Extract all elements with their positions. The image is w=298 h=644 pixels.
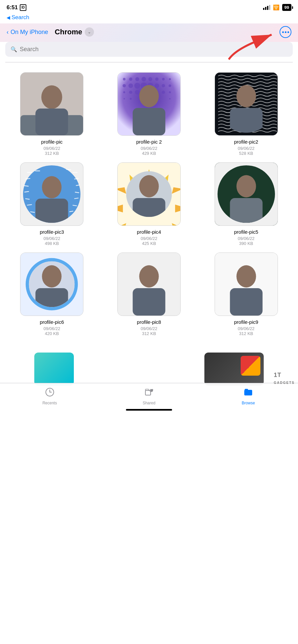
svg-point-24 — [123, 91, 125, 93]
file-date: 09/06/22 — [141, 146, 158, 151]
search-back-area: Search — [0, 14, 298, 23]
tab-recents[interactable]: Recents — [37, 387, 63, 405]
search-icon: 🔍 — [11, 46, 17, 52]
time-label: 6:51 — [7, 4, 18, 11]
file-grid: profile-pic 09/06/22 312 KB — [0, 62, 298, 346]
file-name: profile-pic4 — [137, 229, 161, 235]
svg-point-102 — [151, 389, 153, 391]
svg-point-61 — [42, 176, 62, 198]
recents-icon — [45, 387, 55, 399]
file-size: 498 KB — [45, 241, 59, 246]
file-item[interactable]: profile-pic2 09/06/22 528 KB — [201, 72, 291, 156]
file-date: 09/06/22 — [238, 146, 254, 151]
file-thumbnail — [20, 253, 83, 316]
svg-point-16 — [123, 84, 126, 87]
bottom-area: Recents Shared — [0, 346, 298, 412]
file-item[interactable]: profile-pic6 09/06/22 420 KB — [7, 253, 97, 336]
tab-browse-label: Browse — [242, 401, 255, 405]
file-name: profile-pic5 — [234, 229, 258, 235]
svg-point-30 — [130, 98, 132, 100]
nav-title: Chrome — [55, 28, 82, 36]
svg-point-25 — [129, 90, 133, 94]
folder-dark — [204, 353, 264, 386]
svg-point-26 — [135, 90, 139, 94]
file-name: profile-pic8 — [137, 319, 161, 325]
svg-rect-5 — [36, 109, 68, 135]
svg-rect-33 — [133, 108, 165, 135]
back-text[interactable]: Search — [7, 14, 29, 20]
file-thumbnail — [215, 72, 278, 136]
signal-bars — [263, 5, 270, 10]
svg-point-2 — [42, 85, 62, 109]
file-thumbnail — [117, 72, 181, 136]
status-right: 🛜 99 — [263, 4, 291, 11]
svg-point-92 — [139, 265, 159, 288]
svg-point-32 — [139, 85, 159, 107]
file-name: profile-pic — [41, 139, 63, 145]
svg-point-23 — [168, 85, 171, 87]
folder-teal — [34, 353, 74, 386]
file-name: profile-pic9 — [234, 319, 258, 325]
file-item[interactable]: profile-pic3 09/06/22 498 KB — [7, 162, 97, 246]
id-icon: ID — [20, 4, 26, 11]
file-date: 09/06/22 — [238, 236, 254, 241]
file-thumbnail — [215, 253, 278, 316]
search-input[interactable] — [20, 46, 287, 53]
battery-indicator: 99 — [282, 4, 291, 11]
file-item[interactable]: profile-pic8 09/06/22 312 KB — [104, 253, 194, 336]
svg-point-21 — [155, 84, 159, 88]
back-button[interactable]: ‹ — [7, 29, 9, 36]
file-thumbnail — [20, 162, 83, 226]
file-date: 09/06/22 — [141, 236, 158, 241]
file-size: 420 KB — [45, 331, 59, 336]
nav-back-label[interactable]: On My iPhone — [11, 29, 48, 36]
status-time: 6:51 ID — [7, 4, 26, 11]
svg-point-9 — [129, 78, 133, 81]
file-thumbnail — [117, 253, 181, 316]
file-item[interactable]: profile-pic 09/06/22 312 KB — [7, 72, 97, 156]
svg-rect-99 — [145, 389, 149, 390]
file-item[interactable]: profile-pic4 09/06/22 425 KB — [104, 162, 194, 246]
file-name: profile-pic6 — [40, 319, 64, 325]
search-bar[interactable]: 🔍 — [5, 42, 293, 57]
file-size: 429 KB — [142, 151, 156, 156]
tab-browse[interactable]: Browse — [235, 387, 261, 405]
svg-point-13 — [155, 78, 159, 81]
file-date: 09/06/22 — [141, 326, 158, 331]
svg-point-89 — [42, 265, 62, 288]
file-size: 390 KB — [239, 241, 253, 246]
tab-shared[interactable]: Shared — [136, 387, 162, 405]
file-item[interactable]: profile-pic9 09/06/22 312 KB — [201, 253, 291, 336]
watermark: 1TGADGETS — [274, 372, 295, 386]
svg-point-83 — [236, 175, 256, 197]
battery-level: 99 — [284, 5, 289, 10]
file-date: 09/06/22 — [44, 236, 60, 241]
svg-point-8 — [123, 78, 126, 81]
svg-point-10 — [135, 77, 139, 81]
file-size: 425 KB — [142, 241, 156, 246]
file-date: 09/06/22 — [44, 146, 60, 151]
title-chevron-button[interactable]: ⌄ — [85, 27, 94, 37]
file-date: 09/06/22 — [44, 326, 60, 331]
svg-point-11 — [141, 77, 146, 82]
svg-point-17 — [129, 84, 133, 88]
svg-point-18 — [134, 83, 140, 89]
svg-point-29 — [124, 98, 125, 99]
file-name: profile-pic 2 — [136, 139, 162, 145]
file-name: profile-pic3 — [40, 229, 64, 235]
tab-recents-label: Recents — [43, 401, 57, 405]
file-item[interactable]: profile-pic 2 09/06/22 429 KB — [104, 72, 194, 156]
file-item[interactable]: profile-pic5 09/06/22 390 KB — [201, 162, 291, 246]
file-size: 312 KB — [142, 331, 156, 336]
browse-icon — [243, 387, 253, 399]
file-thumbnail — [20, 72, 83, 136]
file-size: 312 KB — [239, 331, 253, 336]
file-size: 312 KB — [45, 151, 59, 156]
more-options-button[interactable] — [280, 26, 291, 38]
file-size: 528 KB — [239, 151, 253, 156]
file-date: 09/06/22 — [238, 326, 254, 331]
svg-point-78 — [139, 175, 159, 197]
file-thumbnail — [117, 162, 181, 226]
file-name: profile-pic2 — [234, 139, 258, 145]
svg-point-12 — [148, 77, 152, 81]
